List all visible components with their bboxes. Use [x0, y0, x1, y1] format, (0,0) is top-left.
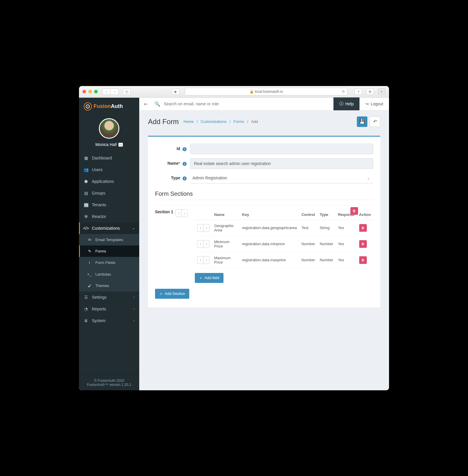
cell-required: Yes — [335, 220, 357, 236]
logout-icon: ↪ — [365, 102, 369, 106]
cell-name: Geographic Area — [212, 220, 240, 236]
browser-back[interactable]: ‹ — [102, 88, 111, 95]
shield-icon[interactable]: ◐ — [172, 88, 180, 95]
row-move-up[interactable]: ↑ — [197, 224, 203, 231]
sidebar-item-dashboard[interactable]: ▦Dashboard — [79, 152, 139, 164]
save-button[interactable]: 💾 — [357, 116, 367, 127]
cell-key: registration.data.maxprice — [240, 252, 299, 268]
sidebar-item-forms[interactable]: ✎Forms — [79, 245, 139, 257]
sidebar-item-email-templates[interactable]: ✉Email Templates — [79, 234, 139, 245]
monitor-icon: 🖥 — [84, 318, 88, 323]
chevron-left-icon: ‹ — [134, 295, 135, 299]
info-icon[interactable]: i — [183, 147, 187, 151]
sidebar-item-settings[interactable]: ☰Settings‹ — [79, 291, 139, 303]
pie-icon: ◔ — [84, 307, 88, 311]
cell-control: Number — [299, 236, 317, 252]
logout-button[interactable]: ↪Logout — [359, 97, 389, 110]
users-icon: 👥 — [84, 167, 88, 172]
cell-name: Maximum Price — [212, 252, 240, 268]
label-name: Name* i — [155, 161, 190, 166]
window-close[interactable] — [82, 90, 86, 93]
crumb-customizations[interactable]: Customizations — [201, 119, 227, 124]
search-input[interactable] — [164, 102, 331, 106]
save-icon: 💾 — [359, 119, 365, 124]
url-text: local.fusionauth.io — [255, 90, 283, 94]
col-action: Action — [357, 209, 373, 220]
cell-name: Minimum Price — [212, 236, 240, 252]
section-move-up[interactable]: ↑ — [176, 210, 182, 217]
sidebar-item-form-fields[interactable]: ⲒForm Fields — [79, 257, 139, 269]
logo[interactable]: FusionAuth — [79, 98, 139, 115]
pencil-icon: ✎ — [87, 249, 92, 253]
sections-heading: Form Sections — [155, 190, 373, 200]
browser-forward[interactable]: › — [111, 88, 119, 95]
cell-type: String — [317, 220, 335, 236]
row-move-up[interactable]: ↑ — [197, 257, 203, 264]
crumb-home[interactable]: Home — [183, 119, 194, 124]
delete-row-button[interactable]: 🗑 — [359, 224, 367, 232]
terminal-icon: >_ — [87, 272, 92, 276]
row-move-down[interactable]: ↓ — [203, 224, 209, 231]
dashboard-icon: ▦ — [84, 156, 88, 160]
add-field-button[interactable]: ＋Add field — [195, 273, 223, 283]
section-move-down[interactable]: ↓ — [182, 210, 187, 217]
cell-required: Yes — [335, 252, 357, 268]
type-select[interactable]: Admin Registration — [190, 173, 373, 183]
info-icon[interactable]: i — [183, 162, 187, 166]
url-bar[interactable]: 🔒 local.fusionauth.io ⟳ — [185, 88, 347, 95]
sidebar-item-themes[interactable]: 🖌Themes — [79, 280, 139, 291]
help-button[interactable]: ⓘHelp — [333, 97, 359, 110]
sidebar-item-tenants[interactable]: 🏢Tenants — [79, 199, 139, 211]
row-move-down[interactable]: ↓ — [203, 257, 209, 264]
sidebar-item-applications[interactable]: ⬢Applications — [79, 176, 139, 187]
brush-icon: 🖌 — [87, 283, 92, 288]
sidebar-item-reactor[interactable]: ☢Reactor — [79, 211, 139, 222]
avatar[interactable] — [99, 118, 119, 139]
sidebar-footer: © FusionAuth 2020 FusionAuth™ version 1.… — [79, 375, 139, 390]
col-type: Type — [317, 209, 335, 220]
logo-text: FusionAuth — [94, 103, 123, 109]
row-move-up[interactable]: ↑ — [197, 240, 203, 248]
building-icon: 🏢 — [84, 202, 88, 207]
sidebar-item-reports[interactable]: ◔Reports‹ — [79, 303, 139, 315]
chevron-left-icon: ‹ — [134, 307, 135, 310]
undo-icon: ↶ — [373, 119, 377, 124]
info-icon[interactable]: i — [183, 176, 187, 181]
row-move-down[interactable]: ↓ — [203, 240, 209, 248]
delete-row-button[interactable]: 🗑 — [359, 256, 367, 264]
table-row: ↑↓ Geographic Area registration.data.geo… — [195, 220, 373, 236]
cell-type: Number — [317, 236, 335, 252]
browser-titlebar: ‹ › ◫ ◐ 🔒 local.fusionauth.io ⟳ ⇪ ⧉ + — [79, 86, 389, 98]
tabs-icon[interactable]: ⧉ — [366, 88, 374, 95]
crumb-current: Add — [251, 119, 258, 124]
cell-control: Number — [299, 252, 317, 268]
groups-icon: ▤ — [84, 191, 88, 195]
collapse-sidebar-button[interactable]: ⇤ — [139, 101, 152, 107]
id-field[interactable] — [190, 144, 373, 154]
question-icon: ⓘ — [339, 101, 343, 106]
back-button[interactable]: ↶ — [370, 116, 380, 127]
crumb-forms[interactable]: Forms — [233, 119, 244, 124]
sidebar-item-lambdas[interactable]: >_Lambdas — [79, 269, 139, 280]
sidebar-toggle-icon[interactable]: ◫ — [123, 88, 130, 95]
window-maximize[interactable] — [94, 90, 98, 93]
col-control: Control — [299, 209, 317, 220]
chevron-left-icon: ‹ — [134, 319, 135, 322]
add-section-button[interactable]: ＋Add Section — [155, 289, 189, 299]
label-type: Type i — [155, 176, 190, 181]
delete-section-button[interactable]: 🗑 — [350, 207, 358, 215]
delete-row-button[interactable]: 🗑 — [359, 240, 367, 248]
sliders-icon: ☰ — [84, 295, 88, 300]
new-tab-icon[interactable]: + — [378, 88, 386, 95]
reload-icon[interactable]: ⟳ — [342, 90, 345, 94]
col-name: Name — [212, 209, 240, 220]
cell-required: Yes — [335, 236, 357, 252]
section-label: Section 1 — [155, 209, 173, 214]
sidebar-item-customizations[interactable]: </>Customizations⌄ — [79, 222, 139, 234]
share-icon[interactable]: ⇪ — [355, 88, 362, 95]
sidebar-item-users[interactable]: 👥Users — [79, 164, 139, 176]
window-minimize[interactable] — [88, 90, 92, 93]
name-field[interactable] — [190, 158, 373, 169]
sidebar-item-system[interactable]: 🖥System‹ — [79, 315, 139, 327]
sidebar-item-groups[interactable]: ▤Groups — [79, 187, 139, 199]
